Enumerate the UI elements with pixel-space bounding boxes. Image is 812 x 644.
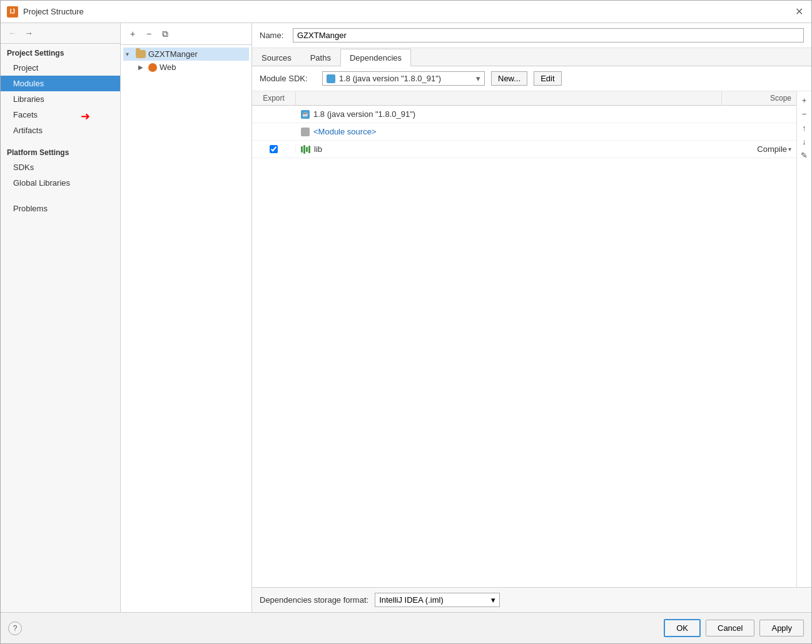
sidebar-item-global-libraries[interactable]: Global Libraries [1,175,120,191]
module-name-input[interactable] [293,28,804,43]
storage-label: Dependencies storage format: [260,595,368,605]
module-sdk-row: Module SDK: 1.8 (java version "1.8.0_91"… [252,66,811,91]
project-settings-label: Project Settings [1,44,120,60]
tree-chevron-web: ▶ [138,64,146,71]
jdk-icon: ☕ [301,110,310,119]
dependencies-table: Export Scope ☕ 1.8 (java version "1.8.0_… [252,91,796,587]
module-tree: ▾ GZXTManger ▶ Web [121,45,251,612]
platform-settings-section: Platform Settings SDKs Global Libraries [1,143,120,191]
footer-left: ? [8,621,659,635]
module-source-icon [301,128,310,136]
add-dep-button[interactable]: + [798,94,811,106]
forward-arrow[interactable]: → [22,27,36,39]
add-module-button[interactable]: + [126,27,140,41]
sidebar-item-artifacts[interactable]: Artifacts [1,123,120,138]
main-content: ← → Project Settings Project Modules Lib… [1,23,811,612]
new-sdk-button[interactable]: New... [491,71,527,86]
footer-bar: ? OK Cancel Apply [1,612,811,643]
ok-button[interactable]: OK [664,619,701,637]
nav-arrows: ← → [1,23,120,44]
tree-root-label: GZXTManger [148,49,198,59]
name-label: Name: [260,31,288,40]
storage-format-select[interactable]: IntelliJ IDEA (.iml) ▾ [375,593,500,607]
sdk-folder-icon [327,74,335,83]
scope-dropdown[interactable]: Compile ▾ [757,144,791,154]
lib-icon [301,145,310,154]
lib-name-cell: lib [296,142,721,156]
middle-panel: + − ⧉ ▾ GZXTManger ▶ Web [121,23,252,612]
table-header: Export Scope [252,91,796,106]
lib-scope-cell[interactable]: Compile ▾ [721,142,796,156]
lib-bar-3 [306,147,308,152]
storage-format-value: IntelliJ IDEA (.iml) [379,595,444,605]
cancel-button[interactable]: Cancel [706,620,754,636]
jdk-scope-cell [721,112,796,117]
help-button[interactable]: ? [8,621,22,635]
app-icon: IJ [7,6,18,18]
side-buttons: + − ↑ ↓ ✎ [796,91,811,587]
tree-web-item[interactable]: ▶ Web [136,61,249,74]
dependencies-table-wrapper: Export Scope ☕ 1.8 (java version "1.8.0_… [252,91,811,587]
dialog-title: Project Structure [23,7,84,16]
tree-root-item[interactable]: ▾ GZXTManger [123,48,249,61]
dep-row-jdk[interactable]: ☕ 1.8 (java version "1.8.0_91") [252,106,796,123]
sdk-dropdown-arrow-icon: ▾ [476,74,480,83]
jdk-name-cell: ☕ 1.8 (java version "1.8.0_91") [296,107,721,121]
project-structure-dialog: IJ Project Structure ✕ ← → Project Setti… [0,0,812,644]
col-scope-header: Scope [721,91,796,105]
module-sdk-label: Module SDK: [260,74,316,83]
lib-name-text: lib [314,144,322,154]
lib-bar-1 [301,146,303,153]
module-sdk-select[interactable]: 1.8 (java version "1.8.0_91") ▾ [322,71,485,86]
move-up-dep-button[interactable]: ↑ [798,121,811,134]
dep-row-lib[interactable]: lib Compile ▾ [252,141,796,158]
close-button[interactable]: ✕ [793,6,805,18]
scope-dropdown-arrow-icon: ▾ [788,146,791,153]
module-source-name-cell: <Module source> [296,124,721,139]
problems-section: Problems [1,201,120,216]
module-source-name-text: <Module source> [313,127,376,136]
tab-dependencies[interactable]: Dependencies [340,49,411,66]
apply-button[interactable]: Apply [759,620,804,636]
tab-paths[interactable]: Paths [301,49,340,66]
move-down-dep-button[interactable]: ↓ [798,135,811,148]
lib-checkbox[interactable] [270,145,278,153]
lib-bar-4 [308,146,310,153]
platform-settings-label: Platform Settings [1,143,120,159]
right-panel: Name: Sources Paths Dependencies Module … [252,23,811,612]
col-export-header: Export [252,91,296,105]
lib-bar-2 [303,145,305,154]
sdk-select-value: 1.8 (java version "1.8.0_91") [339,74,474,83]
title-bar: IJ Project Structure ✕ [1,1,811,23]
scope-value: Compile [757,144,787,154]
tree-children: ▶ Web [123,61,249,74]
module-toolbar: + − ⧉ [121,23,251,45]
col-name-header [296,91,721,105]
sidebar-item-modules[interactable]: Modules [1,76,120,91]
remove-dep-button[interactable]: − [798,108,811,120]
tabs-row: Sources Paths Dependencies [252,48,811,66]
sidebar-item-project[interactable]: Project [1,60,120,76]
sidebar-item-facets[interactable]: Facets [1,107,120,123]
sidebar-item-problems[interactable]: Problems [1,201,120,216]
web-icon [148,63,157,72]
jdk-name-text: 1.8 (java version "1.8.0_91") [313,109,415,119]
copy-module-button[interactable]: ⧉ [158,27,172,41]
tree-chevron-root: ▾ [126,51,133,58]
title-bar-left: IJ Project Structure [7,6,84,18]
edit-sdk-button[interactable]: Edit [534,71,561,86]
left-panel: ← → Project Settings Project Modules Lib… [1,23,121,612]
sidebar-item-sdks[interactable]: SDKs [1,159,120,175]
tree-web-label: Web [160,63,176,72]
folder-icon [136,50,146,58]
dependencies-area: Module SDK: 1.8 (java version "1.8.0_91"… [252,66,811,612]
storage-format-bar: Dependencies storage format: IntelliJ ID… [252,587,811,612]
lib-check-cell[interactable] [252,145,296,153]
back-arrow[interactable]: ← [6,27,19,39]
dep-row-module-source[interactable]: <Module source> [252,123,796,141]
tab-sources[interactable]: Sources [252,49,301,66]
edit-dep-button[interactable]: ✎ [798,149,811,161]
sidebar-item-libraries[interactable]: Libraries [1,91,120,107]
module-source-scope-cell [721,129,796,134]
remove-module-button[interactable]: − [142,27,156,41]
